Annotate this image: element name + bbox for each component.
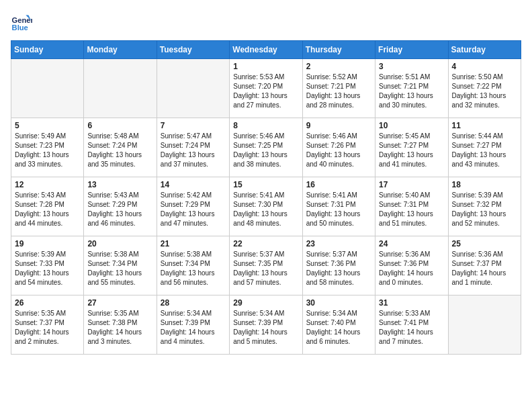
calendar-cell: 3Sunrise: 5:51 AM Sunset: 7:21 PM Daylig… <box>375 59 448 118</box>
calendar-cell: 17Sunrise: 5:40 AM Sunset: 7:31 PM Dayli… <box>375 177 448 236</box>
calendar-cell: 29Sunrise: 5:34 AM Sunset: 7:39 PM Dayli… <box>230 295 302 355</box>
calendar-cell: 23Sunrise: 5:37 AM Sunset: 7:36 PM Dayli… <box>302 236 375 295</box>
day-info: Sunrise: 5:41 AM Sunset: 7:31 PM Dayligh… <box>306 191 371 228</box>
day-info: Sunrise: 5:33 AM Sunset: 7:41 PM Dayligh… <box>379 309 444 347</box>
day-info: Sunrise: 5:38 AM Sunset: 7:34 PM Dayligh… <box>161 250 226 287</box>
calendar-table: SundayMondayTuesdayWednesdayThursdayFrid… <box>11 40 521 355</box>
calendar-cell: 27Sunrise: 5:35 AM Sunset: 7:38 PM Dayli… <box>84 295 157 355</box>
day-number: 21 <box>161 239 226 248</box>
day-number: 9 <box>306 121 371 130</box>
day-number: 6 <box>87 121 152 130</box>
day-number: 26 <box>15 298 80 308</box>
calendar-cell: 10Sunrise: 5:45 AM Sunset: 7:27 PM Dayli… <box>375 118 448 177</box>
page-header: General Blue <box>11 11 521 32</box>
day-number: 4 <box>452 62 517 71</box>
calendar-cell: 18Sunrise: 5:39 AM Sunset: 7:32 PM Dayli… <box>448 177 521 236</box>
day-number: 16 <box>306 180 371 189</box>
calendar-cell: 8Sunrise: 5:46 AM Sunset: 7:25 PM Daylig… <box>230 118 302 177</box>
day-number: 17 <box>379 180 444 189</box>
day-number: 27 <box>87 298 152 308</box>
day-number: 7 <box>161 121 226 130</box>
weekday-header-tuesday: Tuesday <box>157 41 229 59</box>
calendar-cell: 14Sunrise: 5:42 AM Sunset: 7:29 PM Dayli… <box>157 177 229 236</box>
day-info: Sunrise: 5:46 AM Sunset: 7:25 PM Dayligh… <box>233 132 298 169</box>
calendar-cell: 12Sunrise: 5:43 AM Sunset: 7:28 PM Dayli… <box>11 177 84 236</box>
day-info: Sunrise: 5:38 AM Sunset: 7:34 PM Dayligh… <box>87 250 152 287</box>
day-number: 30 <box>306 298 371 308</box>
day-number: 13 <box>87 180 152 189</box>
day-info: Sunrise: 5:47 AM Sunset: 7:24 PM Dayligh… <box>161 132 226 169</box>
day-info: Sunrise: 5:45 AM Sunset: 7:27 PM Dayligh… <box>379 132 444 169</box>
calendar-cell: 21Sunrise: 5:38 AM Sunset: 7:34 PM Dayli… <box>157 236 229 295</box>
day-info: Sunrise: 5:34 AM Sunset: 7:39 PM Dayligh… <box>233 309 298 347</box>
day-info: Sunrise: 5:43 AM Sunset: 7:28 PM Dayligh… <box>15 191 80 228</box>
calendar-cell <box>448 295 521 355</box>
calendar-week-row: 19Sunrise: 5:39 AM Sunset: 7:33 PM Dayli… <box>11 236 521 295</box>
calendar-cell: 2Sunrise: 5:52 AM Sunset: 7:21 PM Daylig… <box>302 59 375 118</box>
calendar-cell: 4Sunrise: 5:50 AM Sunset: 7:22 PM Daylig… <box>448 59 521 118</box>
day-info: Sunrise: 5:40 AM Sunset: 7:31 PM Dayligh… <box>379 191 444 228</box>
day-number: 1 <box>233 62 298 71</box>
day-number: 31 <box>379 298 444 308</box>
weekday-header-thursday: Thursday <box>302 41 375 59</box>
calendar-cell: 1Sunrise: 5:53 AM Sunset: 7:20 PM Daylig… <box>230 59 302 118</box>
day-number: 8 <box>233 121 298 130</box>
calendar-week-row: 12Sunrise: 5:43 AM Sunset: 7:28 PM Dayli… <box>11 177 521 236</box>
day-number: 23 <box>306 239 371 248</box>
weekday-header-row: SundayMondayTuesdayWednesdayThursdayFrid… <box>11 41 521 59</box>
day-info: Sunrise: 5:44 AM Sunset: 7:27 PM Dayligh… <box>452 132 517 169</box>
day-number: 5 <box>15 121 80 130</box>
calendar-cell: 13Sunrise: 5:43 AM Sunset: 7:29 PM Dayli… <box>84 177 157 236</box>
logo: General Blue <box>11 11 36 32</box>
day-number: 20 <box>87 239 152 248</box>
day-info: Sunrise: 5:52 AM Sunset: 7:21 PM Dayligh… <box>306 73 371 110</box>
day-number: 28 <box>161 298 226 308</box>
calendar-week-row: 26Sunrise: 5:35 AM Sunset: 7:37 PM Dayli… <box>11 295 521 355</box>
day-number: 22 <box>233 239 298 248</box>
calendar-cell: 20Sunrise: 5:38 AM Sunset: 7:34 PM Dayli… <box>84 236 157 295</box>
calendar-cell: 30Sunrise: 5:34 AM Sunset: 7:40 PM Dayli… <box>302 295 375 355</box>
calendar-week-row: 1Sunrise: 5:53 AM Sunset: 7:20 PM Daylig… <box>11 59 521 118</box>
calendar-cell: 28Sunrise: 5:34 AM Sunset: 7:39 PM Dayli… <box>157 295 229 355</box>
day-number: 24 <box>379 239 444 248</box>
day-info: Sunrise: 5:48 AM Sunset: 7:24 PM Dayligh… <box>87 132 152 169</box>
day-info: Sunrise: 5:53 AM Sunset: 7:20 PM Dayligh… <box>233 73 298 110</box>
day-number: 3 <box>379 62 444 71</box>
day-info: Sunrise: 5:41 AM Sunset: 7:30 PM Dayligh… <box>233 191 298 228</box>
calendar-cell: 25Sunrise: 5:36 AM Sunset: 7:37 PM Dayli… <box>448 236 521 295</box>
day-info: Sunrise: 5:35 AM Sunset: 7:37 PM Dayligh… <box>15 309 80 347</box>
calendar-cell <box>11 59 84 118</box>
calendar-cell: 15Sunrise: 5:41 AM Sunset: 7:30 PM Dayli… <box>230 177 302 236</box>
calendar-cell: 16Sunrise: 5:41 AM Sunset: 7:31 PM Dayli… <box>302 177 375 236</box>
day-info: Sunrise: 5:50 AM Sunset: 7:22 PM Dayligh… <box>452 73 517 110</box>
day-info: Sunrise: 5:39 AM Sunset: 7:33 PM Dayligh… <box>15 250 80 287</box>
day-number: 29 <box>233 298 298 308</box>
day-info: Sunrise: 5:46 AM Sunset: 7:26 PM Dayligh… <box>306 132 371 169</box>
day-number: 15 <box>233 180 298 189</box>
day-number: 14 <box>161 180 226 189</box>
day-number: 11 <box>452 121 517 130</box>
calendar-cell: 24Sunrise: 5:36 AM Sunset: 7:36 PM Dayli… <box>375 236 448 295</box>
weekday-header-saturday: Saturday <box>448 41 521 59</box>
day-info: Sunrise: 5:34 AM Sunset: 7:40 PM Dayligh… <box>306 309 371 347</box>
day-number: 19 <box>15 239 80 248</box>
calendar-cell: 7Sunrise: 5:47 AM Sunset: 7:24 PM Daylig… <box>157 118 229 177</box>
weekday-header-wednesday: Wednesday <box>230 41 302 59</box>
day-info: Sunrise: 5:37 AM Sunset: 7:36 PM Dayligh… <box>306 250 371 287</box>
weekday-header-friday: Friday <box>375 41 448 59</box>
day-info: Sunrise: 5:34 AM Sunset: 7:39 PM Dayligh… <box>161 309 226 347</box>
day-info: Sunrise: 5:51 AM Sunset: 7:21 PM Dayligh… <box>379 73 444 110</box>
calendar-cell <box>157 59 229 118</box>
day-number: 12 <box>15 180 80 189</box>
logo-icon: General Blue <box>11 11 32 32</box>
day-number: 10 <box>379 121 444 130</box>
calendar-cell: 19Sunrise: 5:39 AM Sunset: 7:33 PM Dayli… <box>11 236 84 295</box>
day-info: Sunrise: 5:36 AM Sunset: 7:37 PM Dayligh… <box>452 250 517 287</box>
calendar-cell: 6Sunrise: 5:48 AM Sunset: 7:24 PM Daylig… <box>84 118 157 177</box>
calendar-cell <box>84 59 157 118</box>
calendar-cell: 22Sunrise: 5:37 AM Sunset: 7:35 PM Dayli… <box>230 236 302 295</box>
day-info: Sunrise: 5:39 AM Sunset: 7:32 PM Dayligh… <box>452 191 517 228</box>
calendar-cell: 11Sunrise: 5:44 AM Sunset: 7:27 PM Dayli… <box>448 118 521 177</box>
day-number: 2 <box>306 62 371 71</box>
calendar-cell: 31Sunrise: 5:33 AM Sunset: 7:41 PM Dayli… <box>375 295 448 355</box>
